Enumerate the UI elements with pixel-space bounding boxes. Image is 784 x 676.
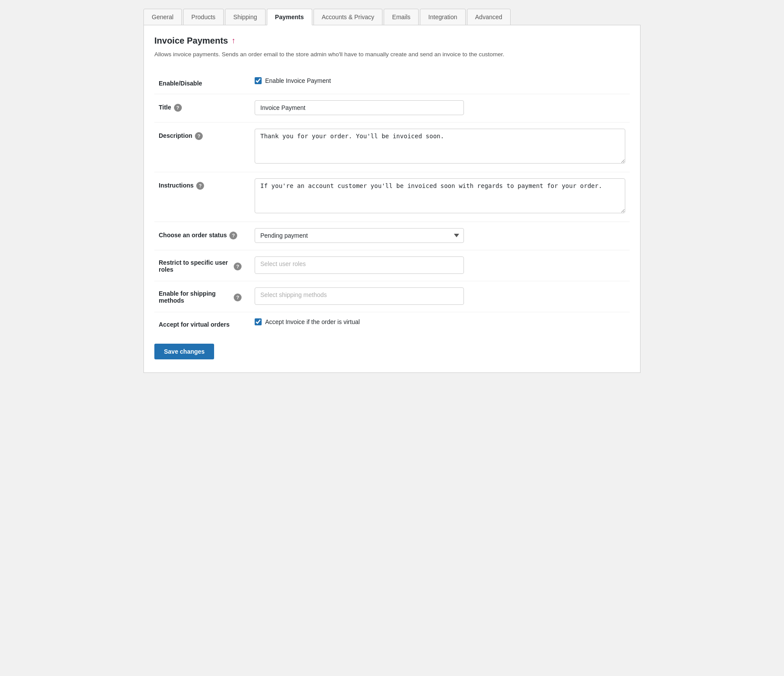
tab-payments[interactable]: Payments [267,9,314,25]
user-roles-row: Restrict to specific user roles ? Select… [154,250,630,281]
instructions-textarea[interactable] [255,178,625,213]
instructions-label: Instructions [159,182,194,189]
heading-link[interactable] [232,36,235,45]
description-label: Description [159,132,192,139]
enable-disable-label: Enable/Disable [159,80,202,87]
instructions-label-group: Instructions ? [159,181,242,190]
settings-form: Enable/Disable Enable Invoice Payment Ti… [154,71,630,335]
user-roles-help-icon[interactable]: ? [234,263,242,270]
title-row: Title ? [154,94,630,123]
tab-accounts-privacy[interactable]: Accounts & Privacy [314,9,384,25]
order-status-label: Choose an order status [159,232,227,239]
shipping-methods-help-icon[interactable]: ? [234,294,242,301]
enable-invoice-checkbox[interactable] [255,77,262,84]
order-status-help-icon[interactable]: ? [229,232,237,239]
user-roles-placeholder: Select user roles [260,260,306,267]
title-label: Title [159,104,171,111]
description-label-group: Description ? [159,131,242,140]
order-status-row: Choose an order status ? Pending payment… [154,222,630,250]
virtual-orders-checkbox-label: Accept Invoice if the order is virtual [265,318,360,325]
shipping-methods-row: Enable for shipping methods ? Select shi… [154,281,630,312]
tab-shipping[interactable]: Shipping [225,9,267,25]
tab-content: Invoice Payments Allows invoice payments… [143,25,641,373]
user-roles-input[interactable]: Select user roles [255,256,464,274]
shipping-methods-label: Enable for shipping methods [159,290,231,304]
tab-products[interactable]: Products [183,9,225,25]
enable-disable-row: Enable/Disable Enable Invoice Payment [154,71,630,94]
description-help-icon[interactable]: ? [195,132,203,140]
description-textarea[interactable] [255,129,625,164]
user-roles-label-group: Restrict to specific user roles ? [159,259,242,273]
title-help-icon[interactable]: ? [174,104,182,112]
instructions-help-icon[interactable]: ? [196,182,204,190]
virtual-orders-label: Accept for virtual orders [159,321,230,328]
shipping-methods-label-group: Enable for shipping methods ? [159,290,242,304]
instructions-row: Instructions ? [154,172,630,222]
enable-invoice-label[interactable]: Enable Invoice Payment [255,77,625,84]
tab-integration[interactable]: Integration [420,9,467,25]
description-row: Description ? [154,123,630,172]
save-button[interactable]: Save changes [154,344,214,359]
tab-general[interactable]: General [143,9,183,25]
shipping-methods-placeholder: Select shipping methods [260,291,327,298]
tab-emails[interactable]: Emails [384,9,420,25]
shipping-methods-input[interactable]: Select shipping methods [255,287,464,305]
page-heading: Invoice Payments [154,36,630,46]
title-label-group: Title ? [159,103,242,112]
nav-tabs: General Products Shipping Payments Accou… [143,9,641,25]
virtual-orders-checkbox[interactable] [255,318,262,325]
page-title: Invoice Payments [154,36,228,46]
title-input[interactable] [255,100,464,115]
virtual-orders-row: Accept for virtual orders Accept Invoice… [154,312,630,335]
user-roles-label: Restrict to specific user roles [159,259,231,273]
order-status-select[interactable]: Pending payment Processing On hold Compl… [255,228,464,243]
virtual-orders-label-group[interactable]: Accept Invoice if the order is virtual [255,318,625,325]
arrow-up-icon [232,36,235,45]
enable-invoice-checkbox-label: Enable Invoice Payment [265,77,331,84]
page-subheading: Allows invoice payments. Sends an order … [154,50,630,59]
order-status-label-group: Choose an order status ? [159,231,242,239]
tab-advanced[interactable]: Advanced [467,9,512,25]
